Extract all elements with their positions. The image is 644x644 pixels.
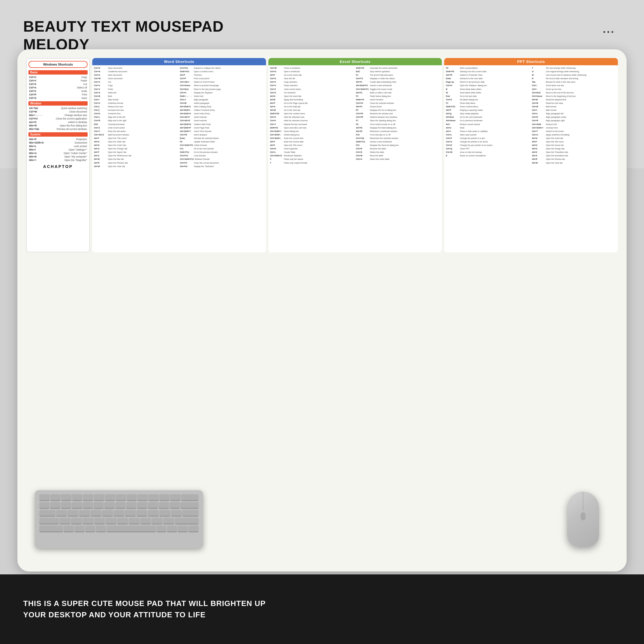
mouse [567,492,599,547]
excel-col2: Shift+F9Calculate the active worksheet E… [355,66,441,251]
excel-panel: Excel Shortcuts Ctrl+WClose a workbook C… [268,58,442,252]
win-row: Win+TabPreview all current windows [28,127,88,131]
win-row: Ctrl+ASelect All [28,86,88,89]
win-row: Ctrl+VPaste [28,79,88,82]
dots-menu[interactable]: ... [603,23,615,35]
logo-area: ACHAPTOP [28,164,88,169]
win-row: Win+ROpen the Run dialog box [28,124,88,127]
ppt-col1: F5Start a presentation Shift+F5Starting … [445,66,531,251]
windows-window-header: Window [28,101,88,106]
windows-system-header: System [28,132,88,137]
win-row: Ctrl+XCut [28,82,88,86]
product-title: BEAUTY TEXT MOUSEPAD MELODY [23,17,621,54]
windows-panel-header: Windows Shortcuts [28,61,88,68]
win-row: Win+LLock screen [28,144,88,148]
excel-panel-content: Ctrl+WClose a workbook Ctrl+OOpen a work… [268,65,442,252]
bottom-half [17,467,627,571]
windows-basic-header: Basic [28,70,88,75]
win-row: Ctrl+ZUndo [28,89,88,93]
ppt-panel-header: PPT Shortcuts [444,58,618,65]
win-row: win+Dswitch to desktop [28,120,88,124]
ppt-panel-content: F5Start a presentation Shift+F5Starting … [444,65,618,252]
word-panel-header: Word Shortcuts [92,58,266,65]
excel-panel-header: Excel Shortcuts [268,58,442,65]
excel-col1: Ctrl+WClose a workbook Ctrl+OOpen a work… [269,66,355,251]
ppt-col2: TSet new timings while rehearsing OUse o… [531,66,617,251]
word-col2: Ctrl+F11Expand or collapse the ribbon Sh… [179,66,265,251]
word-col1: Ctrl+DOpen document Ctrl+NCreatenew docu… [93,66,179,251]
win-row: Ctrl+PPrint [28,93,88,96]
win-row: Win++Open the "Magnifier" [28,158,88,162]
logo-text: ACHAPTOP [28,164,88,169]
shortcuts-container: Windows Shortcuts Basic Ctrl+CCopy Ctrl+… [26,58,618,252]
keyboard-wrapper [35,490,203,548]
footer-text: THIS IS A SUPER CUTE MOUSE PAD THAT WILL… [23,598,266,621]
word-panel: Word Shortcuts Ctrl+DOpen document Ctrl+… [92,58,266,252]
win-row: Win+IOpen "settings+" [28,148,88,151]
win-row: Alt+TabQuick window switching [28,106,88,110]
word-panel-content: Ctrl+DOpen document Ctrl+NCreatenew docu… [92,65,266,252]
win-row: Win+↑↓←→Change window size [28,113,88,117]
keyboard [35,490,203,548]
ppt-panel: PPT Shortcuts F5Start a presentation Shi… [444,58,618,252]
win-row: Ctrl+F4Close the current application [28,117,88,120]
win-row: Win+PProjection [28,138,88,141]
win-row: Ctrl+CCopy [28,75,88,79]
footer-section: THIS IS A SUPER CUTE MOUSE PAD THAT WILL… [0,574,644,644]
mousepad: Windows Shortcuts Basic Ctrl+CCopy Ctrl+… [17,49,627,571]
windows-panel: Windows Shortcuts Basic Ctrl+CCopy Ctrl+… [26,58,90,252]
mouse-wrapper [557,484,609,554]
win-row: Ctrl+SSave [28,96,88,100]
win-row: Win+AOpen "Action Center" [28,151,88,155]
win-row: Win+EOpen "My computer" [28,155,88,158]
win-row: Win+Shift+DScreenshot [28,141,88,144]
win-row: Ctrl+WClose document [28,110,88,113]
